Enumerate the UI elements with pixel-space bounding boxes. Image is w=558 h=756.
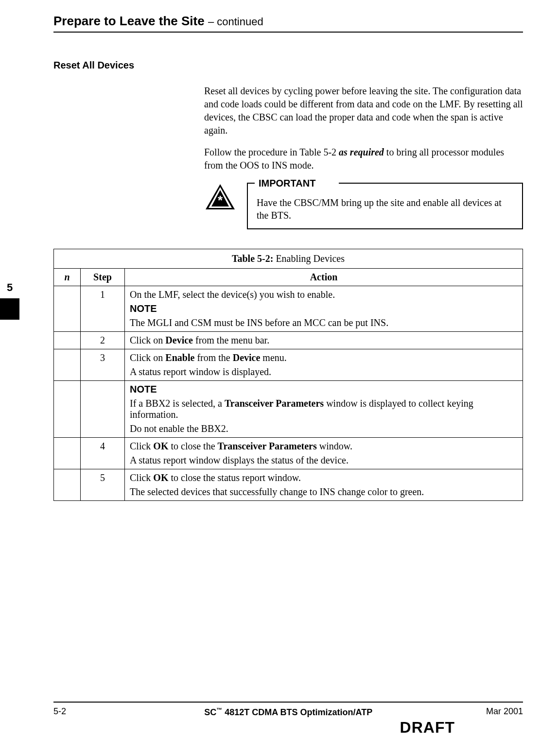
running-continued: – continued [208, 16, 263, 28]
r6-l2: The selected devices that successfully c… [130, 486, 518, 498]
r5-l1-b2: Transceiver Parameters [218, 441, 317, 451]
table-row: 2 Click on Device from the menu bar. [54, 332, 523, 349]
r6-l1-b: OK [153, 472, 168, 483]
table-row: 5 Click OK to close the status report wi… [54, 469, 523, 501]
table-title-rest: Enabling Devices [273, 253, 345, 264]
footer-rule [53, 702, 523, 703]
r2-bold: Device [165, 335, 193, 345]
table-row: 3 Click on Enable from the Device menu. … [54, 349, 523, 381]
chapter-tab-black [0, 298, 19, 320]
r5-l2: A status report window displays the stat… [130, 455, 518, 466]
page-footer: 5-2 SC™ 4812T CDMA BTS Optimization/ATP … [53, 702, 523, 737]
body-column: Reset all devices by cycling power befor… [204, 85, 523, 172]
action-cell: Click OK to close the Transceiver Parame… [125, 438, 523, 469]
para-follow: Follow the procedure in Table 5-2 as req… [204, 146, 523, 172]
col-action: Action [125, 269, 523, 286]
r4-note-label: NOTE [130, 384, 518, 395]
chapter-tab: 5 [0, 277, 19, 320]
para-follow-a: Follow the procedure in Table 5-2 [204, 147, 339, 157]
step-cell: 4 [81, 438, 125, 469]
action-cell: On the LMF, select the device(s) you wis… [125, 286, 523, 332]
running-title: Prepare to Leave the Site [53, 14, 205, 28]
r3-l1-b2: Device [233, 352, 261, 363]
para-follow-b: as required [339, 147, 384, 157]
draft-watermark: DRAFT [122, 719, 455, 737]
r3-l2: A status report window is displayed. [130, 366, 518, 378]
r4-l1-pre: If a BBX2 is selected, a [130, 398, 225, 409]
table-row: 1 On the LMF, select the device(s) you w… [54, 286, 523, 332]
table-header-row: n Step Action [54, 269, 523, 286]
table-enabling-devices: Table 5-2: Enabling Devices n Step Actio… [53, 249, 523, 501]
r5-l1-b1: OK [153, 441, 168, 451]
col-step: Step [81, 269, 125, 286]
r5-l1-pre: Click [130, 441, 153, 451]
r4-l2: Do not enable the BBX2. [130, 423, 518, 434]
action-cell: Click OK to close the status report wind… [125, 469, 523, 501]
r4-l1-b: Transceiver Parameters [225, 398, 324, 409]
important-block: * IMPORTANT Have the CBSC/MM bring up th… [204, 183, 523, 229]
svg-text:*: * [218, 193, 223, 207]
r1-note-text: The MGLI and CSM must be INS before an M… [130, 317, 518, 328]
page-number: 5-2 [53, 706, 122, 717]
important-box: IMPORTANT Have the CBSC/MM bring up the … [247, 183, 523, 229]
r1-line1: On the LMF, select the device(s) you wis… [130, 289, 518, 300]
para-reset: Reset all devices by cycling power befor… [204, 85, 523, 137]
table-title-row: Table 5-2: Enabling Devices [54, 249, 523, 269]
step-cell: 3 [81, 349, 125, 381]
section-heading: Reset All Devices [53, 60, 523, 71]
col-check: n [54, 269, 81, 286]
table-row: NOTE If a BBX2 is selected, a Transceive… [54, 381, 523, 438]
action-cell: Click on Enable from the Device menu. A … [125, 349, 523, 381]
r2-post: from the menu bar. [193, 335, 269, 345]
r6-l1-post: to close the status report window. [168, 472, 301, 483]
r2-pre: Click on [130, 335, 165, 345]
r3-l1-pre: Click on [130, 352, 165, 363]
chapter-number: 5 [0, 277, 19, 298]
r3-l1-post: menu. [260, 352, 286, 363]
important-text: Have the CBSC/MM bring up the site and e… [257, 196, 513, 222]
r6-l1-pre: Click [130, 472, 153, 483]
footer-date: Mar 2001 [455, 706, 523, 717]
action-cell: NOTE If a BBX2 is selected, a Transceive… [125, 381, 523, 438]
doc-rest: 4812T CDMA BTS Optimization/ATP [225, 707, 372, 717]
r1-note-label: NOTE [130, 303, 518, 314]
running-header: Prepare to Leave the Site – continued [53, 14, 523, 32]
important-asterisk-icon: * [204, 183, 236, 211]
page: Prepare to Leave the Site – continued Re… [0, 0, 558, 756]
r3-l1-b1: Enable [165, 352, 194, 363]
step-cell: 1 [81, 286, 125, 332]
r3-l1-mid: from the [194, 352, 232, 363]
action-cell: Click on Device from the menu bar. [125, 332, 523, 349]
r5-l1-post: window. [317, 441, 352, 451]
important-label: IMPORTANT [255, 177, 339, 189]
step-cell: 5 [81, 469, 125, 501]
header-rule [53, 32, 523, 33]
step-cell: 2 [81, 332, 125, 349]
table-title-bold: Table 5-2: [232, 253, 273, 264]
trademark-icon: ™ [216, 706, 222, 713]
r5-l1-mid: to close the [168, 441, 217, 451]
doc-prefix: SC [204, 707, 216, 717]
table-row: 4 Click OK to close the Transceiver Para… [54, 438, 523, 469]
